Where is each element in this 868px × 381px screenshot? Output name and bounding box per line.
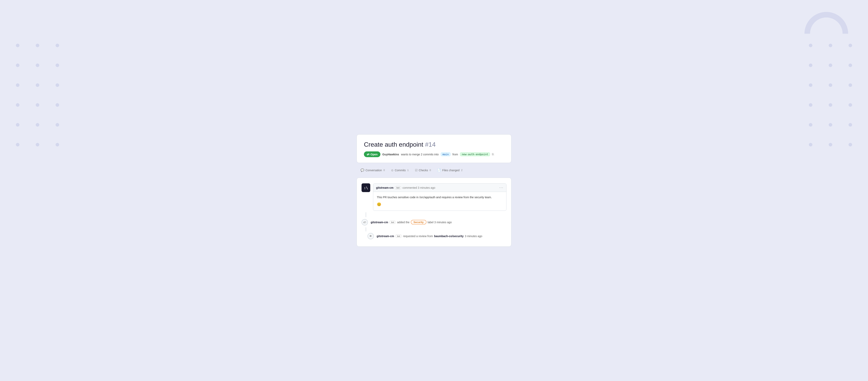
dot — [829, 143, 832, 147]
avatar: :\ — [362, 183, 370, 192]
dot — [56, 44, 59, 47]
dot — [848, 103, 852, 107]
dot — [36, 123, 39, 127]
dot — [56, 83, 59, 87]
timeline-label-text: gitstream-cm bot added the Security labe… — [371, 220, 452, 224]
copy-branch-button[interactable]: ⎘ — [492, 153, 494, 156]
dot — [829, 44, 832, 47]
tab-files-count: 2 — [461, 169, 463, 172]
comment-block: :\ gitstream-cm bot commented 3 minutes … — [362, 183, 506, 211]
timeline-actor-1: gitstream-cm — [377, 234, 394, 238]
dot — [848, 143, 852, 147]
tab-conversation-count: 0 — [383, 169, 385, 172]
review-event-icon: 👁 — [368, 233, 374, 239]
head-branch-tag[interactable]: new-auth-endpoint — [460, 152, 490, 156]
main-container: Create auth endpoint #14 ⇄ Open GuyHawki… — [356, 134, 512, 247]
dot — [36, 44, 39, 47]
dot — [16, 44, 20, 47]
checks-icon: ☑ — [415, 168, 417, 172]
comment-header: gitstream-cm bot commented 3 minutes ago… — [373, 184, 506, 192]
dot — [56, 63, 59, 67]
status-label: Open — [370, 153, 378, 156]
dot — [16, 143, 20, 147]
dot — [36, 63, 39, 67]
dot — [809, 63, 812, 67]
dot — [56, 143, 59, 147]
timeline-actor-badge-0: bot — [389, 221, 396, 224]
pr-title-card: Create auth endpoint #14 ⇄ Open GuyHawki… — [356, 134, 512, 163]
bot-badge: bot — [395, 186, 401, 189]
background-arc — [804, 12, 848, 56]
dot — [809, 123, 812, 127]
dot — [809, 83, 812, 87]
pr-number: #14 — [425, 141, 436, 148]
timeline-actor-0: gitstream-cm — [371, 221, 388, 224]
dot — [16, 63, 20, 67]
timeline-item-review: 👁 gitstream-cm bot requested a review fr… — [362, 231, 506, 241]
timeline-connector-line — [366, 212, 366, 217]
dot — [16, 103, 20, 107]
comment-content: gitstream-cm bot commented 3 minutes ago… — [373, 183, 506, 211]
from-label: from — [453, 153, 458, 156]
pr-title: Create auth endpoint #14 — [364, 141, 504, 148]
open-status-badge: ⇄ Open — [364, 151, 380, 157]
tab-checks-label: Checks — [419, 169, 428, 172]
dot — [848, 83, 852, 87]
pr-action-text: wants to merge 2 commits into — [401, 153, 439, 156]
timeline-suffix-0: label 3 minutes ago — [428, 221, 452, 224]
dot — [36, 83, 39, 87]
dot — [848, 63, 852, 67]
emoji-reaction[interactable]: 😊 — [377, 201, 503, 208]
tab-files-changed[interactable]: 📄 Files changed 2 — [434, 167, 466, 173]
timeline-actor-badge-1: bot — [395, 234, 402, 238]
timeline-action-1: requested a review from — [403, 234, 433, 238]
timeline-suffix-1: 3 minutes ago — [465, 234, 482, 238]
comment-time: commented 3 minutes ago — [402, 186, 435, 189]
files-icon: 📄 — [437, 168, 441, 172]
dot — [809, 44, 812, 47]
tab-commits-label: Commits — [395, 169, 406, 172]
comment-header-left: gitstream-cm bot commented 3 minutes ago — [376, 186, 435, 189]
timeline-connector-line-2 — [366, 227, 366, 231]
timeline-review-text: gitstream-cm bot requested a review from… — [377, 234, 482, 238]
tab-commits-count: 1 — [407, 169, 409, 172]
content-card: :\ gitstream-cm bot commented 3 minutes … — [356, 178, 512, 247]
security-label-badge: Security — [411, 220, 427, 224]
tab-checks-count: 0 — [430, 169, 431, 172]
dot — [848, 44, 852, 47]
tab-commits[interactable]: ⊙ Commits 1 — [388, 167, 412, 173]
tabs-bar: 💬 Conversation 0 ⊙ Commits 1 ☑ Checks 0 … — [356, 167, 512, 173]
dot — [809, 103, 812, 107]
pr-title-text: Create auth endpoint — [364, 141, 423, 148]
timeline-section: 🏷 gitstream-cm bot added the Security la… — [362, 212, 506, 241]
tab-conversation-label: Conversation — [366, 169, 382, 172]
merge-icon: ⇄ — [367, 152, 369, 156]
dot — [56, 123, 59, 127]
timeline-item-label: 🏷 gitstream-cm bot added the Security la… — [362, 217, 506, 227]
dot — [36, 103, 39, 107]
comment-body: This PR touches sensitive code in /src/a… — [373, 192, 506, 210]
commits-icon: ⊙ — [391, 169, 394, 172]
tab-checks[interactable]: ☑ Checks 0 — [412, 167, 434, 173]
dot — [829, 83, 832, 87]
base-branch-tag[interactable]: main — [441, 152, 451, 156]
label-event-icon: 🏷 — [362, 219, 368, 225]
tab-files-label: Files changed — [442, 169, 459, 172]
dot — [848, 123, 852, 127]
dot — [829, 63, 832, 67]
dot — [829, 123, 832, 127]
pr-meta: ⇄ Open GuyHawkins wants to merge 2 commi… — [364, 151, 504, 157]
comment-body-text: This PR touches sensitive code in /src/a… — [377, 196, 492, 199]
dot — [16, 123, 20, 127]
dot — [809, 143, 812, 147]
commenter-name: gitstream-cm — [376, 186, 394, 189]
conversation-icon: 💬 — [361, 168, 364, 172]
dot — [56, 103, 59, 107]
tab-conversation[interactable]: 💬 Conversation 0 — [358, 167, 388, 173]
timeline-reviewer: baumbach-co/security — [434, 234, 464, 238]
dot — [36, 143, 39, 147]
dot — [16, 83, 20, 87]
timeline-action-0: added the — [397, 221, 409, 224]
pr-author: GuyHawkins — [382, 153, 399, 156]
comment-menu-button[interactable]: ··· — [499, 186, 503, 190]
